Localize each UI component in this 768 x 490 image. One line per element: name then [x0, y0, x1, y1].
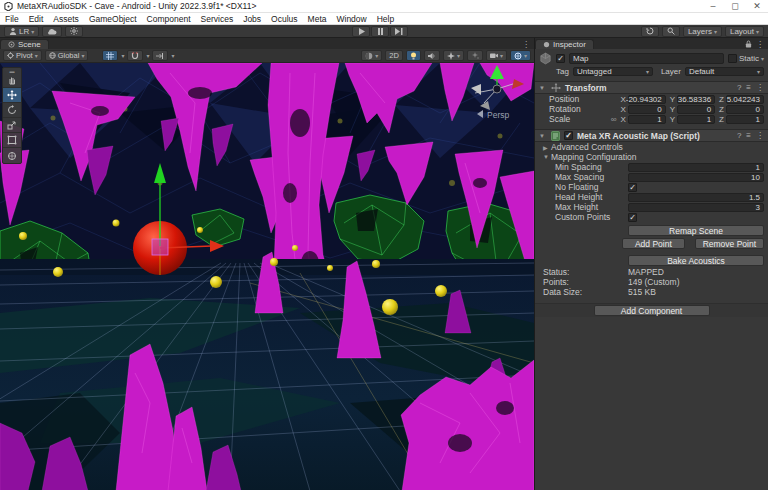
scale-z-field[interactable]: 1 — [726, 115, 764, 124]
snap-dropdown-icon[interactable]: ▾ — [146, 52, 149, 59]
static-dropdown-icon[interactable]: ▾ — [761, 55, 764, 62]
advanced-controls-foldout[interactable]: ▶ Advanced Controls — [535, 142, 768, 152]
static-checkbox[interactable] — [728, 54, 737, 63]
mapping-config-foldout[interactable]: ▼ Mapping Configuration — [535, 152, 768, 162]
persp-label[interactable]: Persp — [487, 110, 509, 120]
scale-x-field[interactable]: 1 — [628, 115, 666, 124]
shading-mode-dropdown[interactable]: ▾ — [361, 50, 382, 61]
kebab-icon[interactable]: ⋮ — [756, 131, 764, 140]
foldout-open-icon[interactable]: ▼ — [539, 85, 547, 91]
lighting-toggle-button[interactable] — [406, 50, 421, 61]
max-spacing-field[interactable]: 10 — [628, 173, 764, 182]
maximize-button[interactable]: ◻ — [724, 0, 746, 13]
grid-visibility-button[interactable] — [102, 50, 118, 61]
tab-inspector[interactable]: Inspector — [535, 39, 594, 49]
inspector-tab-icon — [543, 41, 550, 48]
menu-jobs[interactable]: Jobs — [238, 13, 266, 25]
global-dropdown[interactable]: Global▾ — [45, 50, 89, 61]
tool-rotate[interactable] — [3, 103, 21, 118]
head-height-field[interactable]: 1.5 — [628, 193, 764, 202]
menu-component[interactable]: Component — [142, 13, 196, 25]
audio-toggle-button[interactable] — [424, 50, 440, 61]
acoustic-map-header[interactable]: ▼ ✓ Meta XR Acoustic Map (Script) ? ≡ ⋮ — [535, 129, 768, 142]
scene-tab-icon — [8, 41, 15, 48]
menu-file[interactable]: File — [0, 13, 24, 25]
gizmo-center[interactable] — [493, 85, 501, 93]
step-button[interactable] — [390, 26, 408, 37]
snap-toggle-button[interactable] — [127, 50, 143, 61]
remove-point-button[interactable]: Remove Point — [695, 238, 764, 249]
menu-help[interactable]: Help — [372, 13, 399, 25]
rotation-x-field[interactable]: 0 — [628, 105, 666, 114]
scale-y-field[interactable]: 1 — [677, 115, 715, 124]
play-button[interactable] — [352, 26, 370, 37]
settings-button[interactable] — [65, 26, 83, 37]
position-x-field[interactable]: -20.94302 — [628, 95, 666, 104]
min-spacing-field[interactable]: 1 — [628, 163, 764, 172]
inspector-menu-kebab-icon[interactable]: ⋮ — [756, 40, 764, 49]
kebab-icon[interactable]: ⋮ — [756, 83, 764, 92]
hidden-objects-button[interactable] — [467, 50, 483, 61]
menu-window[interactable]: Window — [331, 13, 371, 25]
menu-services[interactable]: Services — [196, 13, 239, 25]
menu-assets[interactable]: Assets — [48, 13, 84, 25]
rotation-y-field[interactable]: 0 — [677, 105, 715, 114]
layers-dropdown[interactable]: Layers▾ — [683, 26, 722, 37]
tool-hand[interactable] — [3, 73, 21, 88]
window-title: MetaXRAudioSDK - Cave - Android - Unity … — [17, 1, 256, 11]
2d-toggle-button[interactable]: 2D — [385, 50, 403, 61]
menu-oculus[interactable]: Oculus — [266, 13, 302, 25]
pivot-dropdown[interactable]: Pivot▾ — [3, 50, 42, 61]
help-icon[interactable]: ? — [737, 131, 741, 140]
component-enabled-checkbox[interactable]: ✓ — [564, 131, 573, 140]
bake-acoustics-button[interactable]: Bake Acoustics — [628, 255, 764, 266]
foldout-open-icon[interactable]: ▼ — [539, 133, 547, 139]
move-snap-button[interactable] — [152, 50, 168, 61]
scene-viewport[interactable]: Persp ▬ — [0, 63, 534, 490]
menu-gameobject[interactable]: GameObject — [84, 13, 142, 25]
scene-menu-kebab-icon[interactable]: ⋮ — [522, 40, 530, 49]
move-snap-dropdown-icon[interactable]: ▾ — [171, 52, 174, 59]
add-point-button[interactable]: Add Point — [622, 238, 685, 249]
history-button[interactable] — [641, 26, 659, 37]
account-button[interactable]: LR▾ — [4, 26, 39, 37]
add-component-button[interactable]: Add Component — [594, 305, 710, 316]
position-y-field[interactable]: 36.58336 — [677, 95, 715, 104]
cloud-button[interactable] — [42, 26, 62, 37]
add-component-row: Add Component — [535, 303, 768, 317]
remap-row: Remap Scene — [535, 224, 768, 237]
search-button[interactable] — [662, 26, 680, 37]
camera-settings-dropdown[interactable]: ▾ — [486, 50, 507, 61]
tab-scene[interactable]: Scene — [0, 39, 49, 49]
help-icon[interactable]: ? — [737, 83, 741, 92]
lock-icon[interactable] — [745, 40, 752, 48]
gameobject-active-checkbox[interactable]: ✓ — [556, 54, 565, 63]
transform-header[interactable]: ▼ Transform ? ≡ ⋮ — [535, 81, 768, 94]
gizmos-dropdown[interactable]: ▾ — [510, 50, 531, 61]
effects-dropdown[interactable]: ▾ — [443, 50, 464, 61]
menu-edit[interactable]: Edit — [24, 13, 49, 25]
minimize-button[interactable]: – — [702, 0, 724, 13]
max-height-field[interactable]: 3 — [628, 203, 764, 212]
custom-points-checkbox[interactable]: ✓ — [628, 213, 637, 222]
pause-button[interactable] — [371, 26, 389, 37]
presets-icon[interactable]: ≡ — [746, 131, 751, 140]
position-z-field[interactable]: 5.042243 — [726, 95, 764, 104]
menu-meta[interactable]: Meta — [303, 13, 332, 25]
rotation-z-field[interactable]: 0 — [726, 105, 764, 114]
close-button[interactable]: ✕ — [746, 0, 768, 13]
tag-dropdown[interactable]: Untagged▾ — [573, 67, 653, 76]
layout-dropdown[interactable]: Layout▾ — [725, 26, 764, 37]
scale-link-icon[interactable]: ∞ — [611, 115, 617, 124]
tool-move[interactable] — [3, 88, 21, 103]
layer-dropdown[interactable]: Default▾ — [685, 67, 764, 76]
no-floating-checkbox[interactable]: ✓ — [628, 183, 637, 192]
presets-icon[interactable]: ≡ — [746, 83, 751, 92]
tool-rect[interactable] — [3, 133, 21, 148]
gizmo-center-handle[interactable] — [152, 239, 168, 255]
tool-scale[interactable] — [3, 118, 21, 133]
remap-scene-button[interactable]: Remap Scene — [628, 225, 764, 236]
tool-transform[interactable] — [3, 148, 21, 163]
gameobject-name-field[interactable]: Map — [569, 53, 724, 64]
grid-dropdown-icon[interactable]: ▾ — [121, 52, 124, 59]
